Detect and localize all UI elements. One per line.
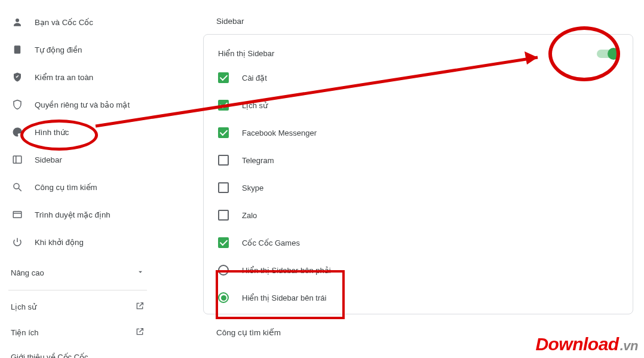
settings-sidebar: Bạn và Cốc Cốc Tự động điền Kiểm tra an …: [0, 0, 155, 358]
checkbox-icon: [218, 237, 229, 248]
nav-search-engine[interactable]: Công cụ tìm kiếm: [0, 173, 155, 201]
option-zalo[interactable]: Zalo: [204, 201, 633, 229]
nav-label: Tự động điền: [35, 45, 82, 54]
radio-icon: [218, 292, 229, 303]
radio-label: Hiển thị Sidebar bên phải: [242, 266, 331, 275]
option-label: Skype: [242, 183, 263, 192]
svg-rect-1: [13, 156, 22, 163]
nav-advanced-label: Nâng cao: [11, 268, 44, 277]
watermark-domain: .vn: [620, 338, 638, 353]
checkbox-icon: [218, 127, 229, 138]
nav-default-browser[interactable]: Trình duyệt mặc định: [0, 201, 155, 228]
user-icon: [11, 16, 24, 29]
divider: [8, 290, 147, 290]
nav-link-history[interactable]: Lịch sử: [0, 294, 155, 320]
option-label: Telegram: [242, 156, 274, 165]
nav-label: Kiểm tra an toàn: [35, 73, 93, 82]
chevron-down-icon: [136, 268, 145, 278]
option-skype[interactable]: Skype: [204, 174, 633, 201]
panel-title: Hiển thị Sidebar: [218, 49, 274, 58]
option-coccoc-games[interactable]: Cốc Cốc Games: [204, 229, 633, 256]
nav-safety-check[interactable]: Kiểm tra an toàn: [0, 63, 155, 91]
option-label: Facebook Messenger: [242, 128, 317, 137]
nav-label: Công cụ tìm kiếm: [35, 183, 97, 192]
option-telegram[interactable]: Telegram: [204, 146, 633, 174]
nav-autofill[interactable]: Tự động điền: [0, 36, 155, 63]
nav-label: Bạn và Cốc Cốc: [35, 18, 93, 27]
radio-sidebar-right[interactable]: Hiển thị Sidebar bên phải: [204, 256, 633, 284]
radio-icon: [218, 265, 229, 276]
palette-icon: [11, 126, 24, 139]
option-label: Zalo: [242, 211, 257, 220]
browser-icon: [11, 208, 24, 221]
search-icon: [11, 180, 24, 194]
option-label: Cốc Cốc Games: [242, 238, 300, 247]
nav-label: Khi khởi động: [35, 238, 84, 247]
watermark: Download.vn: [535, 334, 638, 354]
section-title: Sidebar: [203, 8, 633, 34]
nav-label: Quyền riêng tư và bảo mật: [35, 100, 130, 109]
nav-advanced[interactable]: Nâng cao: [0, 259, 155, 286]
main-content: Sidebar Hiển thị Sidebar Cài đặt Lịch sử…: [155, 0, 644, 358]
nav-sidebar[interactable]: Sidebar: [0, 146, 155, 173]
option-label: Lịch sử: [242, 101, 268, 110]
nav-label: Hình thức: [35, 128, 69, 137]
option-label: Cài đặt: [242, 74, 267, 82]
nav-label: Tiện ích: [11, 328, 39, 337]
nav-link-extensions[interactable]: Tiện ích: [0, 320, 155, 345]
watermark-brand: Download: [535, 334, 618, 354]
svg-point-0: [16, 19, 19, 22]
nav-you-and-coccoc[interactable]: Bạn và Cốc Cốc: [0, 8, 155, 36]
option-settings[interactable]: Cài đặt: [204, 64, 633, 91]
clipboard-icon: [11, 43, 24, 56]
open-external-icon: [135, 301, 145, 313]
radio-label: Hiển thị Sidebar bên trái: [242, 293, 326, 302]
shield-check-icon: [11, 71, 24, 84]
checkbox-icon: [218, 100, 229, 111]
nav-label: Sidebar: [35, 155, 62, 164]
nav-label: Giới thiệu về Cốc Cốc: [11, 353, 88, 358]
open-external-icon: [135, 327, 145, 338]
svg-point-3: [14, 183, 19, 189]
checkbox-icon: [218, 210, 229, 221]
show-sidebar-toggle[interactable]: [597, 50, 618, 58]
option-facebook-messenger[interactable]: Facebook Messenger: [204, 119, 633, 146]
sidebar-icon: [11, 153, 24, 166]
nav-appearance[interactable]: Hình thức: [0, 118, 155, 146]
sidebar-settings-panel: Hiển thị Sidebar Cài đặt Lịch sử Faceboo…: [203, 34, 633, 314]
nav-on-startup[interactable]: Khi khởi động: [0, 228, 155, 256]
nav-label: Trình duyệt mặc định: [35, 210, 111, 219]
nav-privacy[interactable]: Quyền riêng tư và bảo mật: [0, 91, 155, 118]
checkbox-icon: [218, 155, 229, 166]
radio-sidebar-left[interactable]: Hiển thị Sidebar bên trái: [204, 284, 633, 311]
checkbox-icon: [218, 182, 229, 193]
option-history[interactable]: Lịch sử: [204, 91, 633, 119]
checkbox-icon: [218, 72, 229, 83]
shield-icon: [11, 98, 24, 111]
svg-rect-5: [13, 212, 22, 218]
nav-about[interactable]: Giới thiệu về Cốc Cốc: [0, 345, 155, 358]
power-icon: [11, 235, 24, 249]
svg-line-4: [19, 188, 22, 191]
nav-label: Lịch sử: [11, 302, 36, 311]
